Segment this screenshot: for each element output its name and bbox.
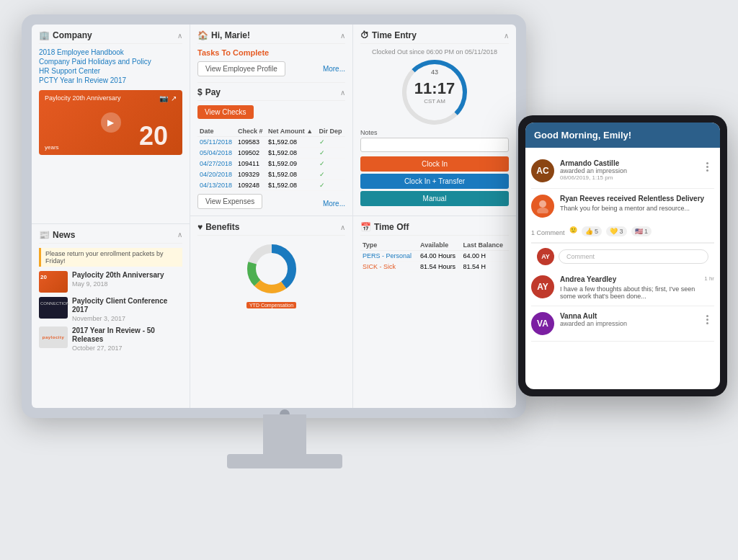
notes-input[interactable] — [360, 138, 509, 152]
news-item-2: paylocity 2017 Year In Review - 50 Relea… — [39, 326, 182, 352]
marie-chevron[interactable]: ∧ — [340, 32, 345, 40]
news-thumb-2: paylocity — [39, 326, 68, 348]
video-label: Paylocity 20th Anniversary — [45, 94, 121, 102]
company-icon: 🏢 — [39, 30, 50, 40]
company-link-3[interactable]: PCTY Year In Review 2017 — [39, 76, 182, 84]
to-col-avail: Available — [418, 240, 461, 251]
svg-point-4 — [539, 200, 546, 208]
company-link-1[interactable]: Company Paid Holidays and Policy — [39, 58, 182, 66]
dot-b — [706, 319, 708, 321]
benefits-header: ♥ Benefits ∧ — [197, 222, 345, 236]
to-type-0: PERS - Personal — [360, 251, 418, 262]
company-chevron[interactable]: ∧ — [177, 32, 182, 40]
benefits-title-text: Benefits — [205, 222, 239, 232]
dot-3 — [706, 169, 708, 172]
tablet: Good Morning, Emily! AC Armando Castille… — [518, 115, 727, 396]
time-icon: ⏱ — [360, 30, 369, 40]
commenter-time-0: 1 hr — [704, 275, 714, 282]
company-title-text: Company — [53, 30, 92, 40]
video-play-button[interactable]: ▶ — [101, 112, 121, 133]
benefits-title: ♥ Benefits — [197, 222, 239, 232]
news-alert: Please return your enrollment packets by… — [39, 248, 182, 267]
manual-button[interactable]: Manual — [360, 191, 509, 206]
pay-date-1: 05/04/2018 — [197, 148, 236, 159]
commenter-1: VA Vanna Ault awarded an impression — [531, 306, 714, 342]
pay-check-1: 109502 — [236, 148, 266, 159]
time-title-text: Time Entry — [372, 30, 417, 40]
view-profile-button[interactable]: View Employee Profile — [197, 61, 285, 76]
time-title: ⏱ Time Entry — [360, 30, 417, 40]
benefits-chevron[interactable]: ∧ — [340, 223, 345, 231]
tablet-greeting: Good Morning, Emily! — [534, 130, 711, 141]
pay-section: $ Pay ∧ View Checks — [197, 82, 345, 213]
benefits-panel: ♥ Benefits ∧ — [190, 216, 352, 408]
marie-icon: 🏠 — [197, 30, 208, 40]
notes-label: Notes — [360, 129, 509, 136]
profile-row: View Employee Profile More... — [197, 61, 345, 76]
monitor-screen: 🏢 Company ∧ 2018 Employee Handbook Compa… — [32, 25, 516, 408]
monitor-base — [227, 454, 342, 468]
commenter-content-1: Vanna Ault awarded an impression — [560, 312, 694, 327]
more-link[interactable]: More... — [323, 65, 345, 73]
tablet-screen: Good Morning, Emily! AC Armando Castille… — [525, 123, 720, 389]
news-chevron[interactable]: ∧ — [177, 231, 182, 239]
pay-more-link[interactable]: More... — [323, 200, 345, 208]
pay-amount-1: $1,592.08 — [266, 148, 317, 159]
pay-row-3: 04/20/2018 109329 $1,592.08 ✓ — [197, 169, 345, 180]
pay-row-2: 04/27/2018 109411 $1,592.09 ✓ — [197, 159, 345, 169]
pay-col-amount: Net Amount ▲ — [266, 126, 317, 137]
to-avail-0: 64.00 Hours — [418, 251, 461, 262]
reaction-thumbs[interactable]: 👍 5 — [582, 226, 603, 236]
to-row-1: SICK - Sick 81.54 Hours 81.54 H — [360, 262, 509, 272]
feed-item-0: AC Armando Castille awarded an impressio… — [531, 154, 714, 189]
pay-chevron[interactable]: ∧ — [340, 89, 345, 97]
pay-dir-1: ✓ — [317, 148, 345, 159]
news-item-date-1: November 3, 2017 — [72, 315, 182, 322]
commenter-more-1[interactable] — [700, 312, 714, 326]
clock-in-button[interactable]: Clock In — [360, 156, 509, 172]
video-20: 20 — [139, 121, 168, 151]
clock-transfer-button[interactable]: Clock In + Transfer — [360, 174, 509, 189]
comment-input[interactable]: Comment — [559, 249, 708, 264]
to-last-1: 81.54 H — [461, 262, 509, 272]
col3-row1: ⏱ Time Entry ∧ Clocked Out since 06:00 P… — [353, 25, 516, 216]
pay-amount-2: $1,592.09 — [266, 159, 317, 169]
news-item-title-1: Paylocity Client Conference 2017 — [72, 297, 182, 314]
pay-row-4: 04/13/2018 109248 $1,592.08 ✓ — [197, 180, 345, 191]
news-title: 📰 News — [39, 230, 75, 240]
news-item-content-0: Paylocity 20th Anniversary May 9, 2018 — [72, 271, 164, 288]
company-link-2[interactable]: HR Support Center — [39, 67, 182, 75]
view-checks-button[interactable]: View Checks — [197, 105, 254, 119]
benefits-icon: ♥ — [197, 222, 203, 232]
marie-header: 🏠 Hi, Marie! ∧ — [197, 30, 345, 44]
news-item-1: CONNECTION Paylocity Client Conference 2… — [39, 297, 182, 322]
pay-check-4: 109248 — [236, 180, 266, 191]
col2-row1: 🏠 Hi, Marie! ∧ Tasks To Complete View Em… — [190, 25, 353, 216]
company-link-0[interactable]: 2018 Employee Handbook — [39, 48, 182, 56]
view-expenses-button[interactable]: View Expenses — [197, 194, 262, 209]
dot-a — [706, 315, 708, 317]
reaction-heart[interactable]: 💛 3 — [606, 226, 627, 236]
clock-minutes: 43 — [431, 68, 438, 76]
dot-1 — [706, 162, 708, 164]
news-thumb-0: 20 — [39, 271, 68, 293]
feed-avatar-0: AC — [531, 159, 554, 182]
pay-title: $ Pay — [197, 87, 221, 97]
time-chevron[interactable]: ∧ — [504, 32, 509, 40]
news-item-0: 20 Paylocity 20th Anniversary May 9, 201… — [39, 271, 182, 293]
feed-content-0: Armando Castille awarded an impression 0… — [560, 159, 694, 181]
commenter-0: AY Andrea Yeardley I have a few thoughts… — [531, 270, 714, 306]
company-video[interactable]: Paylocity 20th Anniversary 📷 ↗ ▶ 20 year… — [39, 90, 182, 155]
marie-pay-panel: 🏠 Hi, Marie! ∧ Tasks To Complete View Em… — [190, 25, 352, 215]
pay-date-0: 05/11/2018 — [197, 137, 236, 148]
reaction-flag[interactable]: 🇺🇸 1 — [631, 226, 652, 236]
feed-more-0[interactable] — [700, 159, 714, 174]
timeoff-header: 📅 Time Off — [360, 222, 509, 236]
pay-dir-4: ✓ — [317, 180, 345, 191]
news-item-content-1: Paylocity Client Conference 2017 Novembe… — [72, 297, 182, 322]
commenter-name-1: Vanna Ault — [560, 312, 694, 320]
feed-reactions: 1 Comment 🙂 👍 5 💛 3 🇺🇸 1 — [531, 226, 652, 236]
dot-2 — [706, 166, 708, 168]
col2-row2: ♥ Benefits ∧ — [190, 216, 353, 408]
video-icons: 📷 ↗ — [159, 94, 177, 102]
